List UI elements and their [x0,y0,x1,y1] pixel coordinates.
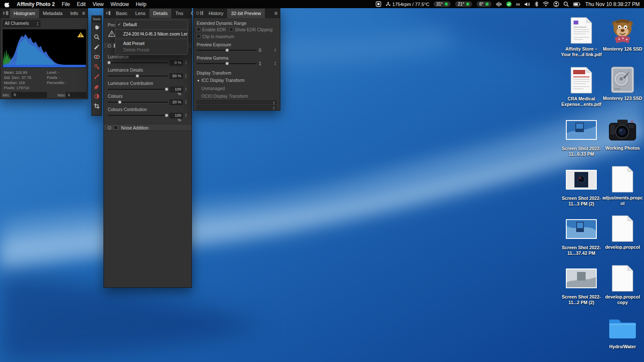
crop-tool-icon[interactable] [92,101,101,111]
blank-document-icon[interactable] [602,263,643,293]
tab-details[interactable]: Details [149,9,172,18]
tab-metadata[interactable]: Metadata [39,9,67,18]
ocio-config-combo[interactable]: ▲▼ [197,100,276,104]
menu-help[interactable]: Help [136,1,146,7]
stepper-icon[interactable]: ▲▼ [184,113,188,118]
tab-history[interactable]: History [205,9,227,18]
pdf-document-red-icon[interactable] [561,65,602,95]
view-tool-icon[interactable] [92,22,101,32]
desktop-icon[interactable]: CRA Medical Expense...ents.pdf [561,65,602,107]
panel-menu-icon[interactable]: ≡ [274,10,277,16]
luminance-value-field[interactable]: 0 % [170,60,183,66]
colours-contribution-value-field[interactable]: 100 % [170,113,183,118]
tab-lens[interactable]: Lens [131,9,149,18]
overlay-gradient-tool-icon[interactable] [92,91,101,101]
preset-menu-item-default[interactable]: ✓ Default [115,21,188,28]
panel-cycle-icon[interactable] [196,12,199,15]
warning-triangle-icon[interactable] [108,30,115,39]
clip-to-maximum-checkbox[interactable] [197,34,200,38]
clip-to-maximum-label[interactable]: Clip to maximum [202,34,234,39]
desktop-icon[interactable]: Screen Shot 2022-11...37.42 PM [561,214,602,256]
colours-contribution-slider-thumb[interactable] [165,114,168,117]
noise-addition-section-bar[interactable]: Noise Addition [104,124,191,131]
app-badge-icon[interactable] [376,1,381,7]
internal-drive-icon[interactable] [602,65,643,95]
temp-widget-2[interactable]: 21° [455,1,472,7]
enable-edr-checkbox[interactable] [197,27,200,31]
preview-gamma-value[interactable]: 1 [259,61,261,66]
ocio-view-combo[interactable]: ▲▼ [197,106,276,109]
luminance-details-value-field[interactable]: 50 % [170,73,183,79]
stepper-icon[interactable]: ▲▼ [272,106,276,110]
stepper-icon[interactable]: ▲▼ [184,74,188,78]
fozzie-drive-icon[interactable] [602,15,643,45]
ocio-display-transform-option[interactable]: OCIO Display Transform [201,94,248,99]
preview-exposure-slider-track[interactable] [197,50,257,51]
preview-exposure-value[interactable]: 0 [259,48,261,53]
colours-slider-track[interactable] [108,102,168,103]
desktop-icon[interactable]: Working Photos [602,115,643,151]
desktop-icon[interactable]: develop.propcol [602,214,643,250]
menu-file[interactable]: File [62,1,70,7]
channel-select[interactable]: All Channels ▲▼ [3,20,40,27]
blue-folder-icon[interactable] [602,313,643,343]
search-icon[interactable] [563,1,569,7]
stepper-icon[interactable]: ▲▼ [184,87,188,91]
white-balance-tool-icon[interactable] [92,42,101,52]
screenshot-gray-icon[interactable] [561,263,602,293]
desktop-icon[interactable]: Hydro/Water [602,313,643,350]
preset-menu-item-delete[interactable]: Delete Preset [115,47,188,53]
infinity-icon[interactable]: ∞ [516,1,520,7]
desktop-icon[interactable]: Screen Shot 2022-11...2 PM (2) [561,263,602,305]
menu-view[interactable]: View [93,1,104,7]
user-circle-icon[interactable] [553,1,559,7]
fan-speed-widget[interactable]: 1754rpm / 77.5°C [386,2,429,7]
panel-menu-icon[interactable]: ≡ [82,10,85,16]
desktop-icon[interactable]: Screen Shot 2022-11...6.33 PM [561,115,602,157]
screenshot-blue-icon[interactable] [561,115,602,145]
preset-menu-item-add[interactable]: Add Preset [115,40,188,47]
noise-addition-checkbox[interactable] [114,126,118,130]
camera-icon[interactable] [602,115,643,145]
colours-value-field[interactable]: 20 % [170,100,183,105]
battery-icon[interactable] [573,2,581,6]
colours-contribution-slider-track[interactable] [108,115,168,116]
stepper-icon[interactable]: ▲▼ [273,61,277,66]
tab-histogram[interactable]: Histogram [10,9,39,18]
luminance-slider-thumb[interactable] [107,61,111,64]
zoom-tool-icon[interactable] [92,32,101,42]
screenshot-blue2-icon[interactable] [561,214,602,244]
apple-menu-icon[interactable] [4,1,10,7]
panel-cycle-icon[interactable] [3,12,5,15]
stepper-icon[interactable]: ▲▼ [184,100,188,104]
stepper-icon[interactable]: ▲▼ [273,48,277,52]
panel-pin-icon[interactable] [200,11,203,15]
stepper-icon[interactable]: ▲▼ [272,101,276,105]
menu-clock[interactable]: Thu Nov 10 8:38:27 PM [585,1,640,7]
overlay-paint-tool-icon[interactable] [92,72,101,81]
enable-edr-label[interactable]: Enable EDR [202,27,226,32]
desktop-icon[interactable]: Monterey 126 SSD [602,15,643,52]
tab-info[interactable]: Info [67,9,82,18]
section-preview-icon[interactable] [108,44,111,48]
icc-display-transform-option[interactable]: ICC Display Transform [201,78,245,83]
check-circle-icon[interactable] [506,1,512,7]
panel-pin-icon[interactable] [109,11,110,15]
show-edr-clipping-label[interactable]: Show EDR Clipping [235,27,273,32]
unmanaged-option[interactable]: Unmanaged [201,86,225,91]
panel-cycle-icon[interactable] [106,12,107,15]
pdf-document-icon[interactable] [561,15,602,45]
luminance-contribution-slider-thumb[interactable] [165,87,168,91]
speaker-icon[interactable] [524,2,530,7]
menu-edit[interactable]: Edit [77,1,86,7]
menu-app-name[interactable]: Affinity Photo 2 [17,1,55,7]
wifi-icon[interactable] [543,2,549,6]
stepper-icon[interactable]: ▲▼ [184,60,188,65]
panel-pin-icon[interactable] [6,11,8,15]
desktop-icon[interactable]: Monterey 123 SSD [602,65,643,101]
red-eye-removal-tool-icon[interactable] [92,52,101,62]
blank-document-icon[interactable] [602,164,643,194]
preview-gamma-slider-track[interactable] [197,63,257,64]
luminance-contribution-value-field[interactable]: 100 % [170,87,183,92]
desktop-icon[interactable]: Affinity Store – Your fre...d link.pdf [561,15,602,57]
